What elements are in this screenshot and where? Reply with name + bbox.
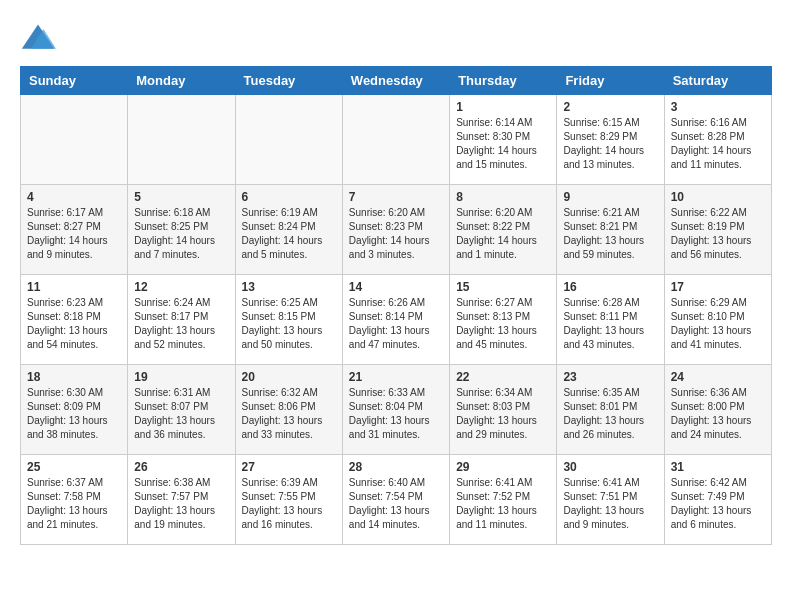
cell-content: Sunrise: 6:38 AMSunset: 7:57 PMDaylight:… xyxy=(134,476,228,532)
day-number: 15 xyxy=(456,280,550,294)
day-number: 7 xyxy=(349,190,443,204)
calendar-cell: 26Sunrise: 6:38 AMSunset: 7:57 PMDayligh… xyxy=(128,455,235,545)
calendar-cell: 21Sunrise: 6:33 AMSunset: 8:04 PMDayligh… xyxy=(342,365,449,455)
calendar-cell xyxy=(128,95,235,185)
cell-content: Sunrise: 6:27 AMSunset: 8:13 PMDaylight:… xyxy=(456,296,550,352)
cell-content: Sunrise: 6:28 AMSunset: 8:11 PMDaylight:… xyxy=(563,296,657,352)
day-header-tuesday: Tuesday xyxy=(235,67,342,95)
cell-content: Sunrise: 6:24 AMSunset: 8:17 PMDaylight:… xyxy=(134,296,228,352)
calendar-cell: 14Sunrise: 6:26 AMSunset: 8:14 PMDayligh… xyxy=(342,275,449,365)
cell-content: Sunrise: 6:36 AMSunset: 8:00 PMDaylight:… xyxy=(671,386,765,442)
calendar-cell: 20Sunrise: 6:32 AMSunset: 8:06 PMDayligh… xyxy=(235,365,342,455)
cell-content: Sunrise: 6:39 AMSunset: 7:55 PMDaylight:… xyxy=(242,476,336,532)
calendar-cell: 23Sunrise: 6:35 AMSunset: 8:01 PMDayligh… xyxy=(557,365,664,455)
day-number: 29 xyxy=(456,460,550,474)
calendar-cell: 1Sunrise: 6:14 AMSunset: 8:30 PMDaylight… xyxy=(450,95,557,185)
day-number: 20 xyxy=(242,370,336,384)
logo-icon xyxy=(20,20,56,56)
day-number: 18 xyxy=(27,370,121,384)
cell-content: Sunrise: 6:37 AMSunset: 7:58 PMDaylight:… xyxy=(27,476,121,532)
day-number: 13 xyxy=(242,280,336,294)
calendar-cell: 19Sunrise: 6:31 AMSunset: 8:07 PMDayligh… xyxy=(128,365,235,455)
day-number: 1 xyxy=(456,100,550,114)
calendar-cell: 2Sunrise: 6:15 AMSunset: 8:29 PMDaylight… xyxy=(557,95,664,185)
day-number: 21 xyxy=(349,370,443,384)
day-number: 5 xyxy=(134,190,228,204)
cell-content: Sunrise: 6:17 AMSunset: 8:27 PMDaylight:… xyxy=(27,206,121,262)
cell-content: Sunrise: 6:22 AMSunset: 8:19 PMDaylight:… xyxy=(671,206,765,262)
week-row-4: 18Sunrise: 6:30 AMSunset: 8:09 PMDayligh… xyxy=(21,365,772,455)
cell-content: Sunrise: 6:25 AMSunset: 8:15 PMDaylight:… xyxy=(242,296,336,352)
calendar-cell: 16Sunrise: 6:28 AMSunset: 8:11 PMDayligh… xyxy=(557,275,664,365)
day-number: 24 xyxy=(671,370,765,384)
calendar-cell: 22Sunrise: 6:34 AMSunset: 8:03 PMDayligh… xyxy=(450,365,557,455)
cell-content: Sunrise: 6:23 AMSunset: 8:18 PMDaylight:… xyxy=(27,296,121,352)
day-number: 30 xyxy=(563,460,657,474)
cell-content: Sunrise: 6:41 AMSunset: 7:51 PMDaylight:… xyxy=(563,476,657,532)
cell-content: Sunrise: 6:19 AMSunset: 8:24 PMDaylight:… xyxy=(242,206,336,262)
day-number: 25 xyxy=(27,460,121,474)
cell-content: Sunrise: 6:42 AMSunset: 7:49 PMDaylight:… xyxy=(671,476,765,532)
cell-content: Sunrise: 6:26 AMSunset: 8:14 PMDaylight:… xyxy=(349,296,443,352)
day-number: 10 xyxy=(671,190,765,204)
day-number: 17 xyxy=(671,280,765,294)
calendar-cell: 6Sunrise: 6:19 AMSunset: 8:24 PMDaylight… xyxy=(235,185,342,275)
week-row-5: 25Sunrise: 6:37 AMSunset: 7:58 PMDayligh… xyxy=(21,455,772,545)
day-number: 11 xyxy=(27,280,121,294)
week-row-3: 11Sunrise: 6:23 AMSunset: 8:18 PMDayligh… xyxy=(21,275,772,365)
calendar-table: SundayMondayTuesdayWednesdayThursdayFrid… xyxy=(20,66,772,545)
day-number: 8 xyxy=(456,190,550,204)
cell-content: Sunrise: 6:41 AMSunset: 7:52 PMDaylight:… xyxy=(456,476,550,532)
day-number: 19 xyxy=(134,370,228,384)
day-header-monday: Monday xyxy=(128,67,235,95)
header-row: SundayMondayTuesdayWednesdayThursdayFrid… xyxy=(21,67,772,95)
day-number: 4 xyxy=(27,190,121,204)
calendar-cell: 17Sunrise: 6:29 AMSunset: 8:10 PMDayligh… xyxy=(664,275,771,365)
calendar-cell: 28Sunrise: 6:40 AMSunset: 7:54 PMDayligh… xyxy=(342,455,449,545)
week-row-2: 4Sunrise: 6:17 AMSunset: 8:27 PMDaylight… xyxy=(21,185,772,275)
cell-content: Sunrise: 6:18 AMSunset: 8:25 PMDaylight:… xyxy=(134,206,228,262)
cell-content: Sunrise: 6:34 AMSunset: 8:03 PMDaylight:… xyxy=(456,386,550,442)
day-number: 31 xyxy=(671,460,765,474)
calendar-cell: 31Sunrise: 6:42 AMSunset: 7:49 PMDayligh… xyxy=(664,455,771,545)
day-number: 3 xyxy=(671,100,765,114)
cell-content: Sunrise: 6:32 AMSunset: 8:06 PMDaylight:… xyxy=(242,386,336,442)
cell-content: Sunrise: 6:35 AMSunset: 8:01 PMDaylight:… xyxy=(563,386,657,442)
cell-content: Sunrise: 6:20 AMSunset: 8:22 PMDaylight:… xyxy=(456,206,550,262)
cell-content: Sunrise: 6:15 AMSunset: 8:29 PMDaylight:… xyxy=(563,116,657,172)
day-number: 14 xyxy=(349,280,443,294)
header xyxy=(20,20,772,56)
calendar-cell: 30Sunrise: 6:41 AMSunset: 7:51 PMDayligh… xyxy=(557,455,664,545)
day-number: 27 xyxy=(242,460,336,474)
calendar-cell xyxy=(235,95,342,185)
day-number: 9 xyxy=(563,190,657,204)
day-header-friday: Friday xyxy=(557,67,664,95)
cell-content: Sunrise: 6:20 AMSunset: 8:23 PMDaylight:… xyxy=(349,206,443,262)
day-header-thursday: Thursday xyxy=(450,67,557,95)
calendar-cell: 8Sunrise: 6:20 AMSunset: 8:22 PMDaylight… xyxy=(450,185,557,275)
calendar-cell xyxy=(21,95,128,185)
cell-content: Sunrise: 6:21 AMSunset: 8:21 PMDaylight:… xyxy=(563,206,657,262)
calendar-cell: 12Sunrise: 6:24 AMSunset: 8:17 PMDayligh… xyxy=(128,275,235,365)
day-number: 16 xyxy=(563,280,657,294)
calendar-cell: 9Sunrise: 6:21 AMSunset: 8:21 PMDaylight… xyxy=(557,185,664,275)
cell-content: Sunrise: 6:14 AMSunset: 8:30 PMDaylight:… xyxy=(456,116,550,172)
day-number: 26 xyxy=(134,460,228,474)
calendar-cell: 13Sunrise: 6:25 AMSunset: 8:15 PMDayligh… xyxy=(235,275,342,365)
calendar-cell: 25Sunrise: 6:37 AMSunset: 7:58 PMDayligh… xyxy=(21,455,128,545)
cell-content: Sunrise: 6:33 AMSunset: 8:04 PMDaylight:… xyxy=(349,386,443,442)
calendar-cell: 29Sunrise: 6:41 AMSunset: 7:52 PMDayligh… xyxy=(450,455,557,545)
calendar-cell: 18Sunrise: 6:30 AMSunset: 8:09 PMDayligh… xyxy=(21,365,128,455)
day-number: 22 xyxy=(456,370,550,384)
day-header-wednesday: Wednesday xyxy=(342,67,449,95)
day-number: 28 xyxy=(349,460,443,474)
day-number: 2 xyxy=(563,100,657,114)
cell-content: Sunrise: 6:31 AMSunset: 8:07 PMDaylight:… xyxy=(134,386,228,442)
day-header-sunday: Sunday xyxy=(21,67,128,95)
calendar-cell: 7Sunrise: 6:20 AMSunset: 8:23 PMDaylight… xyxy=(342,185,449,275)
calendar-cell: 4Sunrise: 6:17 AMSunset: 8:27 PMDaylight… xyxy=(21,185,128,275)
cell-content: Sunrise: 6:30 AMSunset: 8:09 PMDaylight:… xyxy=(27,386,121,442)
calendar-cell: 11Sunrise: 6:23 AMSunset: 8:18 PMDayligh… xyxy=(21,275,128,365)
calendar-cell: 10Sunrise: 6:22 AMSunset: 8:19 PMDayligh… xyxy=(664,185,771,275)
calendar-cell: 15Sunrise: 6:27 AMSunset: 8:13 PMDayligh… xyxy=(450,275,557,365)
